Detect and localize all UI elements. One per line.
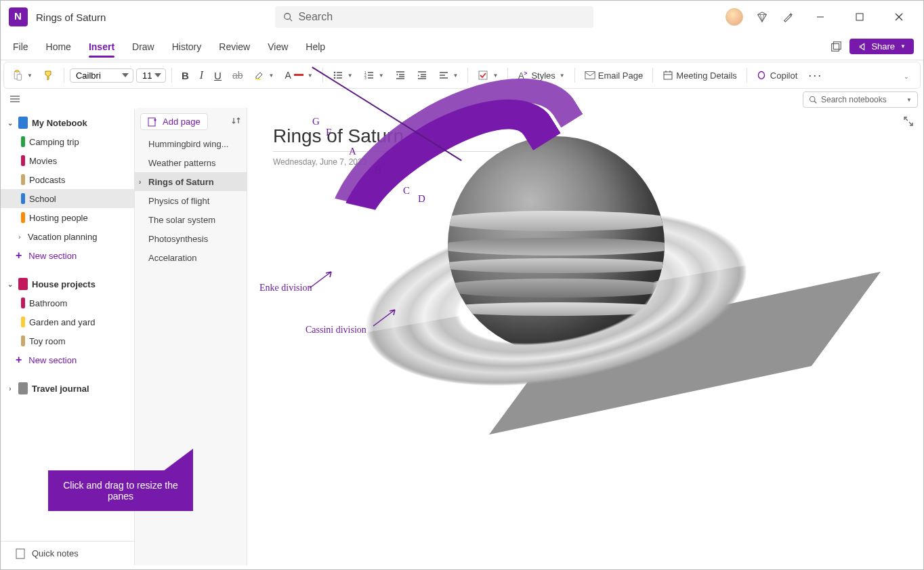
meeting-details-button[interactable]: Meeting Details — [658, 67, 741, 83]
section-color-icon — [21, 212, 25, 223]
section-color-icon — [21, 193, 25, 204]
section-movies[interactable]: Movies — [1, 151, 134, 170]
search-box[interactable]: Search — [275, 6, 593, 28]
email-page-button[interactable]: Email Page — [581, 67, 647, 83]
outdent-button[interactable] — [391, 67, 410, 83]
plus-icon: + — [16, 249, 22, 262]
chevron-right-icon: › — [16, 233, 24, 241]
chevron-right-icon: › — [139, 178, 141, 186]
section-color-icon — [21, 136, 25, 147]
window-maximize[interactable] — [846, 6, 873, 28]
sparkle-wand-icon[interactable] — [781, 10, 795, 24]
fullscreen-icon[interactable] — [903, 116, 914, 129]
section-vacation-planning[interactable]: ›Vacation planning — [1, 227, 134, 246]
notebook-house-projects[interactable]: ⌄ House projects — [1, 274, 134, 293]
svg-rect-3 — [856, 14, 863, 20]
svg-rect-37 — [585, 72, 595, 79]
highlight-button[interactable]: ▼ — [250, 67, 278, 83]
section-toy-room[interactable]: Toy room — [1, 331, 134, 350]
ring-label-b: B — [375, 165, 381, 176]
open-in-new-window-icon[interactable] — [829, 40, 843, 54]
indent-button[interactable] — [413, 67, 432, 83]
bold-button[interactable]: B — [177, 67, 193, 84]
new-section-button[interactable]: +New section — [1, 246, 134, 265]
page-item[interactable]: ›Rings of Saturn — [135, 172, 247, 191]
ribbon-expand-chevron[interactable]: ⌄ — [896, 70, 916, 81]
chevron-down-icon: ▼ — [379, 73, 384, 79]
chevron-down-icon: ▼ — [348, 73, 353, 79]
page-item[interactable]: Physics of flight — [135, 191, 247, 210]
saturn-illustration: G F A B C D Enke division Cassini divisi… — [258, 109, 841, 489]
notebook-search[interactable]: Search notebooks ▼ — [803, 91, 918, 108]
resize-panes-tooltip: Click and drag to resize the panes — [48, 470, 193, 511]
italic-button[interactable]: I — [196, 66, 207, 84]
section-camping-trip[interactable]: Camping trip — [1, 132, 134, 151]
section-hosting-people[interactable]: Hosting people — [1, 208, 134, 227]
diamond-icon[interactable] — [755, 10, 769, 24]
section-color-icon — [21, 335, 25, 346]
notebook-my-notebook[interactable]: ⌄ My Notebook — [1, 113, 134, 132]
format-painter-button[interactable] — [39, 67, 58, 83]
tab-insert[interactable]: Insert — [81, 37, 123, 56]
svg-rect-7 — [834, 41, 841, 49]
sort-pages-button[interactable] — [232, 116, 241, 128]
page-item[interactable]: Weather patterns — [135, 153, 247, 172]
chevron-down-icon: ▼ — [906, 97, 912, 103]
page-item[interactable]: Accelaration — [135, 248, 247, 267]
share-button[interactable]: Share ▼ — [849, 39, 914, 54]
new-section-button[interactable]: +New section — [1, 350, 134, 369]
section-color-icon — [21, 174, 25, 185]
window-close[interactable] — [885, 6, 912, 28]
document-title: Rings of Saturn — [36, 12, 106, 23]
paste-button[interactable]: ▼ — [8, 67, 37, 83]
font-color-button[interactable]: A▼ — [280, 67, 316, 83]
copilot-button[interactable]: Copilot — [753, 67, 801, 83]
svg-rect-48 — [148, 118, 155, 126]
chevron-down-icon: ⌄ — [6, 281, 14, 288]
align-button[interactable]: ▼ — [434, 67, 463, 83]
numbering-button[interactable]: 123▼ — [360, 67, 388, 83]
ring-label-d: D — [418, 193, 425, 205]
user-avatar[interactable] — [726, 8, 743, 26]
tab-history[interactable]: History — [164, 37, 210, 56]
more-commands-button[interactable]: ··· — [804, 66, 826, 85]
annotation-arrow — [308, 269, 335, 289]
page-item[interactable]: The solar system — [135, 210, 247, 229]
tab-help[interactable]: Help — [297, 37, 333, 56]
section-color-icon — [21, 298, 25, 308]
page-item[interactable]: Photosynthesis — [135, 229, 247, 248]
window-minimize[interactable] — [807, 6, 834, 28]
search-placeholder: Search — [298, 11, 333, 23]
tab-home[interactable]: Home — [38, 37, 79, 56]
tab-file[interactable]: File — [5, 37, 37, 56]
section-podcasts[interactable]: Podcasts — [1, 170, 134, 189]
chevron-down-icon: ▼ — [269, 73, 274, 79]
section-school[interactable]: School — [1, 189, 134, 208]
page-item[interactable]: Hummingbird wing... — [135, 134, 247, 153]
font-size-select[interactable]: 11 — [136, 68, 166, 83]
section-garden[interactable]: Garden and yard — [1, 312, 134, 331]
underline-button[interactable]: U — [210, 67, 226, 84]
app-icon — [9, 7, 28, 26]
chevron-right-icon: › — [6, 385, 14, 392]
svg-rect-47 — [16, 549, 24, 558]
svg-line-1 — [290, 19, 293, 22]
svg-text:3: 3 — [364, 76, 366, 80]
chevron-down-icon: ▼ — [560, 73, 565, 79]
quick-notes-button[interactable]: Quick notes — [1, 541, 134, 565]
svg-rect-35 — [479, 71, 487, 79]
tab-view[interactable]: View — [259, 37, 296, 56]
add-page-button[interactable]: Add page — [140, 113, 208, 130]
ring-label-c: C — [403, 185, 410, 197]
notebook-travel-journal[interactable]: › Travel journal — [1, 379, 134, 398]
font-name-select[interactable]: Cailbri — [70, 68, 133, 83]
svg-rect-38 — [664, 72, 672, 79]
hamburger-icon[interactable] — [6, 92, 24, 107]
tab-draw[interactable]: Draw — [124, 37, 163, 56]
section-bathroom[interactable]: Bathroom — [1, 293, 134, 312]
svg-rect-10 — [17, 74, 21, 80]
ring-label-g: G — [312, 116, 320, 127]
svg-point-14 — [333, 75, 335, 77]
strikethrough-button[interactable]: ab — [228, 67, 247, 83]
tab-review[interactable]: Review — [211, 37, 258, 56]
